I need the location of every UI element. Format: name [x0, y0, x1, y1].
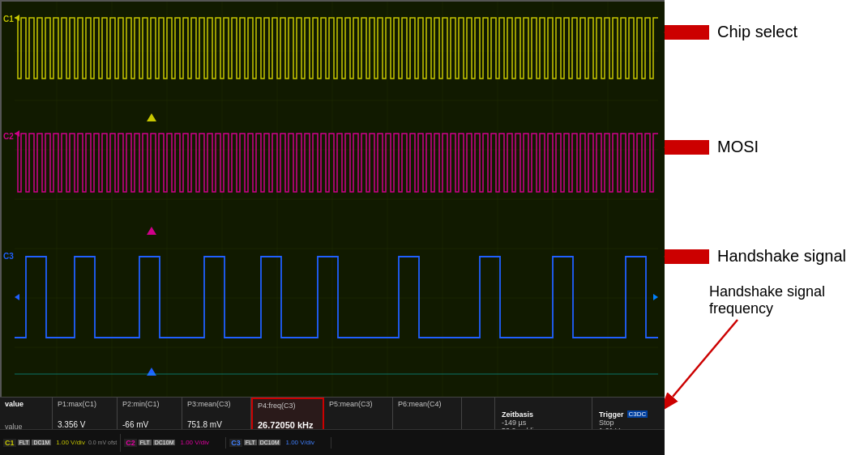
p6-header: P6:mean(C4) [398, 400, 456, 408]
ch1-volt-div: 1.00 V/div [56, 439, 85, 446]
mosi-annotation: MOSI [665, 138, 759, 156]
trigger-label: Trigger [599, 410, 624, 419]
ch2-flt: FLT [139, 440, 152, 445]
trigger-state: Stop [599, 419, 658, 427]
ch1-tag: C1 [3, 439, 16, 447]
measure-header: value [5, 400, 47, 408]
mosi-arrow [665, 140, 709, 155]
mosi-arrowhead [664, 140, 675, 155]
svg-text:C3: C3 [3, 252, 14, 261]
svg-text:C1: C1 [3, 15, 14, 23]
ch3-tag: C3 [229, 439, 242, 447]
p4-header: P4:freq(C3) [258, 402, 318, 410]
chip-select-arrow [665, 25, 709, 40]
ch3-volt-div: 1.00 V/div [285, 439, 314, 446]
p2-value: -66 mV [122, 420, 177, 429]
diagonal-arrow-svg [665, 0, 868, 455]
chip-select-arrowhead [664, 25, 675, 40]
handshake-freq-line1: Handshake signal [709, 283, 825, 300]
ch3-dc10m: DC10M [259, 440, 281, 445]
zeitbasis-label: Zeitbasis [502, 410, 585, 419]
p4-value: 26.72050 kHz [258, 420, 318, 430]
ch1-dc1m: DC1M [32, 440, 51, 445]
handshake-annotation: Handshake signal [665, 247, 846, 266]
ch3-settings: C3 FLT DC10M 1.00 V/div [226, 437, 331, 449]
oscilloscope-screen: C1 C2 C3 [0, 0, 665, 397]
chip-select-label: Chip select [717, 23, 797, 41]
svg-text:C2: C2 [3, 132, 14, 141]
handshake-label: Handshake signal [717, 247, 846, 266]
ch3-flt: FLT [244, 440, 257, 445]
chip-select-annotation: Chip select [665, 23, 797, 41]
ch1-offset: 0.0 mV ofst [88, 440, 117, 445]
ch2-dc10m: DC10M [153, 440, 176, 445]
p1-header: P1:max(C1) [58, 400, 112, 408]
handshake-arrow [665, 249, 709, 264]
p5-header: P5:mean(C3) [329, 400, 387, 408]
p3-header: P3:mean(C3) [187, 400, 246, 408]
mosi-label: MOSI [717, 138, 759, 156]
svg-line-31 [673, 320, 738, 397]
handshake-arrowhead [664, 249, 675, 264]
ch2-tag: C2 [124, 439, 137, 447]
ch1-flt: FLT [18, 440, 31, 445]
p1-value: 3.356 V [58, 420, 112, 429]
ch2-settings: C2 FLT DC10M 1.00 V/div [121, 437, 226, 449]
handshake-freq-annotation: Handshake signal frequency [709, 283, 825, 317]
channel-settings-row: C1 FLT DC1M 1.00 V/div 0.0 mV ofst C2 FL… [0, 429, 665, 455]
handshake-freq-line2: frequency [709, 300, 825, 317]
annotation-panel: Chip select MOSI Handshake signal Handsh… [665, 0, 868, 455]
trigger-channel: C3DC [627, 410, 648, 418]
p2-header: P2:min(C1) [122, 400, 177, 408]
ch2-volt-div: 1.00 V/div [180, 439, 209, 446]
p3-value: 751.8 mV [187, 420, 246, 429]
zeitbasis-offset: -149 µs [502, 419, 585, 427]
ch1-settings: C1 FLT DC1M 1.00 V/div 0.0 mV ofst [0, 434, 121, 452]
scope-display: C1 C2 C3 [2, 2, 666, 398]
